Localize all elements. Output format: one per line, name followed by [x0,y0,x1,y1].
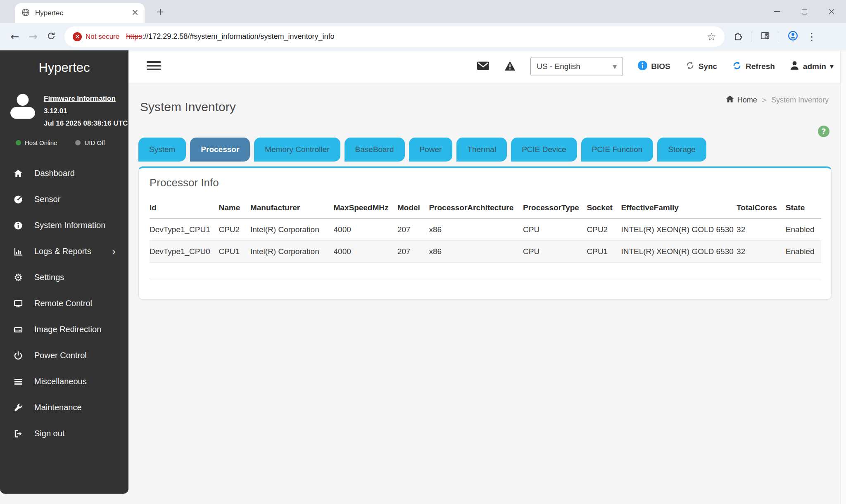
browser-menu-icon[interactable]: ⋮ [807,32,817,42]
help-button[interactable]: ? [818,126,829,137]
column-header: Manufacturer [250,199,334,219]
page-scrollbar[interactable] [840,51,846,504]
cell: 4000 [334,219,397,241]
browser-tab[interactable]: Hypertec [15,3,145,23]
table-row[interactable]: DevType1_CPU1 CPU2 Intel(R) Corporation … [150,219,821,241]
tab-close-icon[interactable] [132,10,138,17]
tab-baseboard[interactable]: BaseBoard [345,138,405,162]
tab-title: Hypertec [35,9,132,17]
side-panel-search-icon[interactable] [760,31,770,43]
sidebar-item-image-redirection[interactable]: Image Redirection [0,316,128,342]
sign-out-icon [12,429,24,439]
back-icon: ← [11,31,19,42]
cell: CPU2 [587,219,621,241]
chevron-down-icon: ▼ [613,64,617,69]
window-close-button[interactable] [828,8,835,15]
language-value: US - English [537,62,580,71]
security-chip[interactable]: Not secure [73,32,126,41]
sidebar-toggle-icon[interactable] [147,61,161,70]
cell: INTEL(R) XEON(R) GOLD 6530 [621,219,737,241]
table-row[interactable]: DevType1_CPU0 CPU1 Intel(R) Corporation … [150,241,821,263]
sidebar-item-settings[interactable]: ⚙ Settings [0,264,128,290]
sidebar-item-sensor[interactable]: Sensor [0,186,128,212]
security-label: Not secure [86,33,119,41]
tab-storage[interactable]: Storage [657,138,706,162]
window-minimize-button[interactable] [773,8,781,15]
sidebar-item-miscellaneous[interactable]: Miscellaneous [0,368,128,395]
tab-processor[interactable]: Processor [190,138,250,162]
address-bar[interactable]: Not secure https://172.29.2.58/#system_i… [64,26,725,47]
alerts-warning-icon[interactable] [504,61,516,73]
sync-label: Sync [699,62,717,71]
tab-thermal[interactable]: Thermal [456,138,507,162]
cell: 207 [397,241,429,263]
sidebar: Hypertec Firmware Information 3.12.01 Ju… [0,50,128,494]
new-tab-button[interactable] [154,5,167,19]
user-avatar-icon [7,91,38,123]
not-secure-icon [73,32,82,41]
firmware-information-link[interactable]: Firmware Information [44,93,128,105]
firmware-version: 3.12.01 [44,105,128,117]
breadcrumb-separator: > [761,97,767,104]
sidebar-item-system-information[interactable]: System Information [0,212,128,238]
help-icon: ? [821,128,826,136]
back-button[interactable]: ← [6,28,24,46]
bios-label: BIOS [651,62,670,71]
sync-button[interactable]: Sync [685,61,717,72]
processor-info-panel: Processor Info Id Name Manufacturer MaxS… [138,166,832,300]
tab-pcie-function[interactable]: PCIE Function [581,138,654,162]
cell: Enabled [786,219,821,241]
uid-off-dot-icon [75,140,81,145]
monitor-icon [12,299,24,309]
cell: x86 [429,241,523,263]
forward-button[interactable]: → [24,28,42,46]
person-icon [790,61,799,72]
info-circle-icon [638,61,647,72]
cell: 4000 [334,241,397,263]
drive-icon [12,325,24,335]
browser-window: Hypertec ← → [0,0,846,504]
tab-pcie-device[interactable]: PCIE Device [511,138,577,162]
inventory-tabs: System Processor Memory Controller BaseB… [138,138,706,162]
sidebar-item-label: Maintenance [34,403,82,412]
host-online-dot-icon [16,140,21,145]
sidebar-item-dashboard[interactable]: Dashboard [0,160,128,186]
tab-memory-controller[interactable]: Memory Controller [254,138,340,162]
cell: CPU [523,219,587,241]
sync-icon [685,61,695,72]
forward-icon: → [29,31,38,42]
cell: CPU2 [219,219,250,241]
user-menu[interactable]: admin ▼ [790,61,834,72]
column-header: Model [397,199,429,219]
reload-button[interactable] [42,28,60,46]
toolbar-divider [751,31,751,42]
sidebar-item-sign-out[interactable]: Sign out [0,421,128,447]
sidebar-item-logs-reports[interactable]: Logs & Reports › [0,238,128,264]
firmware-summary: Firmware Information 3.12.01 Jul 16 2025… [7,91,128,129]
notifications-envelope-icon[interactable] [477,61,490,73]
extensions-icon[interactable] [732,31,743,43]
window-maximize-button[interactable] [801,8,808,15]
cell: INTEL(R) XEON(R) GOLD 6530 [621,241,737,263]
cell: 32 [737,241,786,263]
sidebar-item-maintenance[interactable]: Maintenance [0,395,128,421]
column-header: State [786,199,821,219]
page-title: System Inventory [140,100,236,114]
language-select[interactable]: US - English ▼ [530,57,623,76]
sidebar-item-label: Image Redirection [34,325,101,334]
refresh-button[interactable]: Refresh [732,61,775,73]
bios-button[interactable]: BIOS [638,61,670,72]
toolbar-divider [779,31,779,42]
cell: Intel(R) Corporation [250,241,334,263]
tab-system[interactable]: System [138,138,186,162]
tab-power[interactable]: Power [409,138,453,162]
sidebar-item-remote-control[interactable]: Remote Control [0,290,128,316]
uid-status-label: UID Off [84,139,105,146]
host-status-label: Host Online [25,139,57,146]
bookmark-star-icon[interactable]: ☆ [707,31,716,42]
breadcrumb-home[interactable]: Home [726,95,757,105]
cell: DevType1_CPU0 [150,241,219,263]
column-header: Id [150,199,219,219]
sidebar-item-power-control[interactable]: Power Control [0,342,128,368]
profile-avatar-icon[interactable] [787,30,798,43]
